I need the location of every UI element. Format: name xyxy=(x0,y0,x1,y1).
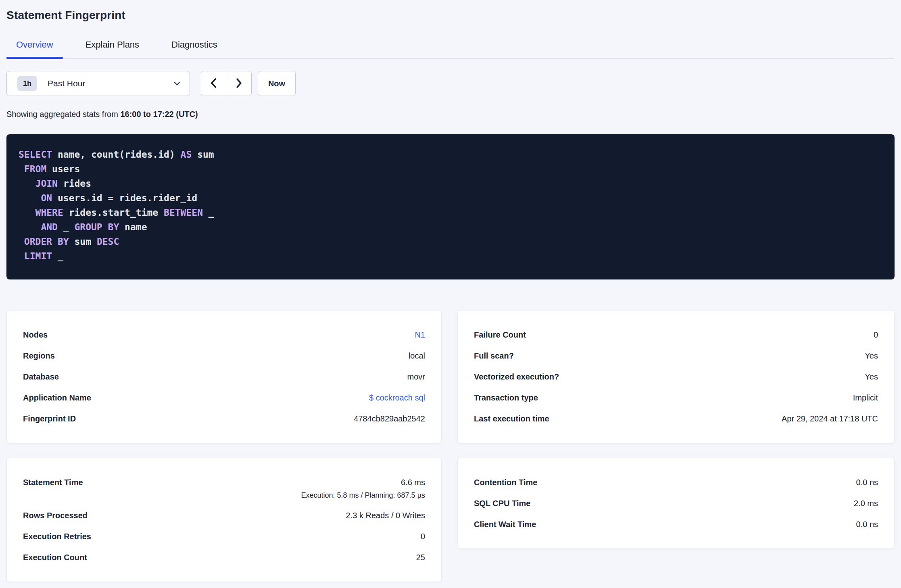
row-label: Transaction type xyxy=(474,392,538,403)
card-row-last-execution-time: Last execution time Apr 29, 2024 at 17:1… xyxy=(474,408,878,429)
card-row-application-name: Application Name $ cockroach sql xyxy=(23,387,425,408)
row-value: Yes xyxy=(865,371,878,382)
tab-explain-plans-label: Explain Plans xyxy=(86,40,139,50)
row-label: Full scan? xyxy=(474,350,514,361)
card-row-contention-time: Contention Time 0.0 ns xyxy=(474,472,878,493)
row-value: 0 xyxy=(874,329,878,340)
row-label: Execution Retries xyxy=(23,531,91,542)
card-row-vectorized-execution: Vectorized execution? Yes xyxy=(474,366,878,387)
row-label: Client Wait Time xyxy=(474,519,536,530)
row-label: SQL CPU Time xyxy=(474,498,530,509)
row-value: Yes xyxy=(865,350,878,361)
row-label: Vectorized execution? xyxy=(474,371,559,382)
prev-time-button[interactable] xyxy=(201,71,226,96)
card-row-full-scan: Full scan? Yes xyxy=(474,345,878,366)
row-label: Fingerprint ID xyxy=(23,413,76,424)
tab-bar: Overview Explain Plans Diagnostics xyxy=(6,40,895,59)
row-label: Database xyxy=(23,371,59,382)
card-row-client-wait-time: Client Wait Time 0.0 ns xyxy=(474,514,878,535)
card-row-regions: Regions local xyxy=(23,345,425,366)
application-name-link[interactable]: $ cockroach sql xyxy=(369,392,425,403)
sql-statement-box: SELECT name, count(rides.id) AS sum FROM… xyxy=(6,134,895,279)
execution-attributes-card: Failure Count 0 Full scan? Yes Vectorize… xyxy=(457,310,895,443)
row-label: Execution Count xyxy=(23,552,87,563)
stats-line-range: 16:00 to 17:22 (UTC) xyxy=(120,110,198,119)
card-row-database: Database movr xyxy=(23,366,425,387)
card-row-statement-time: Statement Time 6.6 ms Execution: 5.8 ms … xyxy=(23,472,425,505)
time-interval-dropdown[interactable]: 1h Past Hour xyxy=(6,71,190,96)
sql-code-block: SELECT name, count(rides.id) AS sum FROM… xyxy=(19,147,882,263)
chevron-left-icon xyxy=(209,78,218,90)
tab-overview[interactable]: Overview xyxy=(6,40,63,58)
now-button[interactable]: Now xyxy=(258,71,296,96)
row-value: 2.3 k Reads / 0 Writes xyxy=(346,510,425,521)
row-value: Implicit xyxy=(853,392,878,403)
row-label: Statement Time xyxy=(23,477,83,488)
row-value: movr xyxy=(407,371,425,382)
nodes-link[interactable]: N1 xyxy=(415,329,425,340)
card-row-failure-count: Failure Count 0 xyxy=(474,324,878,345)
card-row-rows-processed: Rows Processed 2.3 k Reads / 0 Writes xyxy=(23,505,425,526)
row-value: 25 xyxy=(416,552,425,563)
chevron-right-icon xyxy=(234,78,243,90)
row-label: Failure Count xyxy=(474,329,526,340)
row-value: 2.0 ms xyxy=(854,498,878,509)
row-label: Last execution time xyxy=(474,413,549,424)
row-label: Rows Processed xyxy=(23,510,88,521)
tab-diagnostics[interactable]: Diagnostics xyxy=(162,40,227,58)
interval-badge: 1h xyxy=(17,76,37,91)
statement-time-breakdown: Execution: 5.8 ms / Planning: 687.5 µs xyxy=(301,491,425,500)
chevron-down-icon xyxy=(173,80,181,87)
wait-times-card: Contention Time 0.0 ns SQL CPU Time 2.0 … xyxy=(457,458,895,549)
aggregated-stats-line: Showing aggregated stats from 16:00 to 1… xyxy=(6,110,895,119)
time-pager xyxy=(201,71,252,96)
card-row-sql-cpu-time: SQL CPU Time 2.0 ms xyxy=(474,493,878,514)
row-value: 6.6 ms xyxy=(401,477,425,488)
card-row-execution-retries: Execution Retries 0 xyxy=(23,526,425,547)
card-row-fingerprint-id: Fingerprint ID 4784cb829aab2542 xyxy=(23,408,425,429)
row-value: 0.0 ns xyxy=(856,519,878,530)
row-value: local xyxy=(409,350,425,361)
page-title: Statement Fingerprint xyxy=(6,9,895,22)
row-value: 4784cb829aab2542 xyxy=(354,413,425,424)
card-row-execution-count: Execution Count 25 xyxy=(23,547,425,568)
tab-diagnostics-label: Diagnostics xyxy=(171,40,217,50)
card-row-transaction-type: Transaction type Implicit xyxy=(474,387,878,408)
row-label: Nodes xyxy=(23,329,48,340)
interval-label: Past Hour xyxy=(48,79,85,88)
summary-cards: Nodes N1 Regions local Database movr App… xyxy=(6,310,895,582)
time-controls: 1h Past Hour Now xyxy=(6,71,895,96)
tab-overview-label: Overview xyxy=(16,40,53,50)
next-time-button[interactable] xyxy=(226,71,251,96)
row-label: Regions xyxy=(23,350,55,361)
card-row-nodes: Nodes N1 xyxy=(23,324,425,345)
statement-fingerprint-page: Statement Fingerprint Overview Explain P… xyxy=(0,0,901,582)
stats-line-prefix: Showing aggregated stats from xyxy=(6,110,120,119)
statement-times-card: Statement Time 6.6 ms Execution: 5.8 ms … xyxy=(6,458,442,582)
statement-details-card: Nodes N1 Regions local Database movr App… xyxy=(6,310,442,443)
row-value: Apr 29, 2024 at 17:18 UTC xyxy=(782,413,878,424)
tab-explain-plans[interactable]: Explain Plans xyxy=(76,40,149,58)
row-value: 0 xyxy=(421,531,425,542)
statement-time-values: 6.6 ms Execution: 5.8 ms / Planning: 687… xyxy=(301,477,425,500)
row-label: Application Name xyxy=(23,392,91,403)
row-value: 0.0 ns xyxy=(856,477,878,488)
row-label: Contention Time xyxy=(474,477,537,488)
